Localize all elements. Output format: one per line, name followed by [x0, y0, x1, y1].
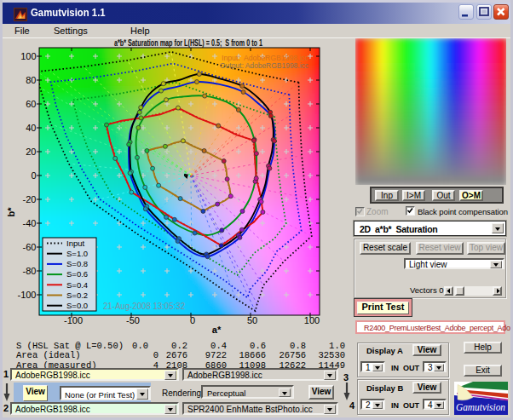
- svg-text:-80: -80: [23, 266, 37, 276]
- svg-text:Input: Input: [66, 239, 84, 248]
- svg-text:20: 20: [26, 147, 36, 157]
- svg-text:80: 80: [26, 75, 36, 85]
- svg-text:-50: -50: [126, 315, 140, 325]
- svg-text:-40: -40: [23, 218, 37, 228]
- svg-text:40: 40: [26, 123, 36, 133]
- svg-text:100: 100: [20, 51, 36, 61]
- svg-text:-100: -100: [17, 290, 36, 300]
- svg-text:21-Aug-2008 13:05:32: 21-Aug-2008 13:05:32: [103, 302, 185, 311]
- svg-text:Gamutvision: Gamutvision: [456, 401, 505, 413]
- svg-text:-20: -20: [23, 194, 37, 204]
- svg-text:-60: -60: [23, 242, 37, 252]
- svg-text:S=0.0: S=0.0: [66, 301, 88, 310]
- svg-text:S=0.6: S=0.6: [66, 269, 88, 279]
- svg-text:S=0.2: S=0.2: [66, 291, 88, 300]
- svg-text:60: 60: [26, 99, 36, 109]
- svg-text:Output: AdobeRGB1998.icc: Output: AdobeRGB1998.icc: [220, 60, 308, 70]
- svg-text:-100: -100: [64, 315, 83, 325]
- svg-text:b*: b*: [6, 207, 16, 217]
- svg-text:a*: a*: [212, 325, 222, 335]
- svg-text:50: 50: [247, 315, 257, 325]
- svg-text:a*b* Saturation map for L(HSL): a*b* Saturation map for L(HSL) = 0.5; S …: [114, 37, 262, 48]
- svg-text:100: 100: [304, 315, 320, 325]
- svg-text:S=0.8: S=0.8: [66, 259, 88, 268]
- svg-text:S=1.0: S=1.0: [66, 249, 88, 258]
- svg-text:S=0.4: S=0.4: [66, 280, 88, 290]
- svg-text:0: 0: [31, 170, 36, 181]
